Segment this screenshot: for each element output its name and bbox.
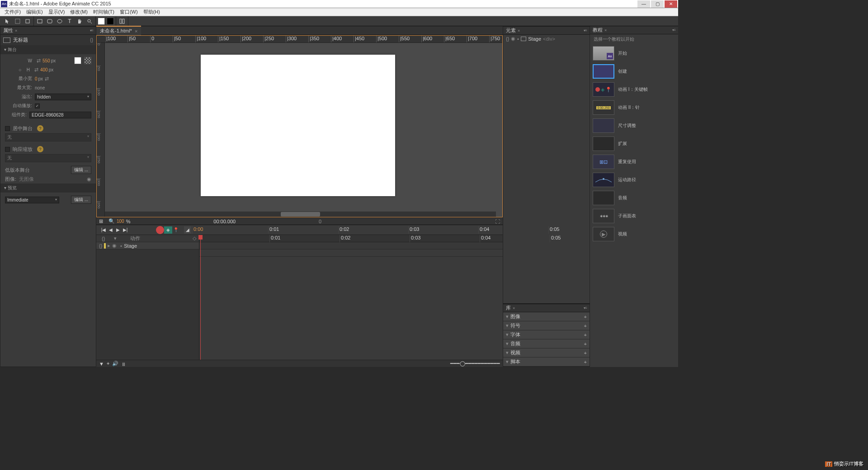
menu-timeline[interactable]: 时间轴(T)	[90, 9, 117, 15]
library-section[interactable]: ▾音频+	[503, 339, 590, 348]
menu-help[interactable]: 帮助(H)	[141, 9, 163, 15]
close-icon[interactable]: ×	[513, 306, 515, 310]
tutorial-item[interactable]: 创建	[590, 62, 678, 80]
transform-tool[interactable]	[14, 17, 22, 25]
zoom-tool[interactable]	[85, 17, 94, 25]
hand-tool[interactable]	[75, 17, 84, 25]
help-icon[interactable]: ?	[37, 125, 43, 132]
canvas-area[interactable]: |100|500|50|100|150|200|250|300|350|400|…	[96, 35, 503, 217]
panel-menu-icon[interactable]: ▾≡	[584, 306, 587, 310]
autoplay-checkbox[interactable]: ✓	[35, 103, 40, 108]
fullscreen-icon[interactable]: ⛶	[495, 219, 500, 224]
audio-icon[interactable]: 🔊	[112, 361, 118, 367]
minwidth-value[interactable]: 0	[35, 76, 38, 81]
ellipse-tool[interactable]	[56, 17, 64, 25]
rectangle-tool[interactable]	[36, 17, 44, 25]
link-icon[interactable]: ⇄	[37, 58, 41, 64]
height-value[interactable]: 400	[40, 67, 48, 72]
close-icon[interactable]: ×	[604, 28, 607, 33]
minimize-button[interactable]: —	[637, 0, 650, 8]
menu-file[interactable]: 文件(F)	[2, 9, 24, 15]
panel-menu-icon[interactable]: ▾≡	[90, 28, 93, 33]
document-tab[interactable]: 未命名-1.html* ×	[96, 26, 141, 35]
legacy-edit-button[interactable]: 编辑 ...	[71, 166, 91, 174]
goto-start-button[interactable]: |◀	[100, 226, 107, 234]
selection-tool[interactable]	[4, 17, 12, 25]
camera-icon[interactable]: ◉	[87, 176, 91, 182]
keyframe-icon[interactable]: ◇	[193, 235, 196, 241]
tutorial-item[interactable]: ⊞ ⊡重复使用	[590, 153, 678, 171]
close-icon[interactable]: ×	[518, 28, 520, 33]
visibility-icon[interactable]: ◉	[112, 243, 117, 249]
library-section[interactable]: ▾字体+	[503, 330, 590, 339]
center-stage-select[interactable]: 无	[5, 133, 91, 141]
maxwidth-value[interactable]: none	[35, 85, 45, 90]
auto-keyframe-button[interactable]: ◈	[164, 226, 172, 234]
menu-window[interactable]: 窗口(W)	[117, 9, 141, 15]
responsive-select[interactable]: 无	[5, 154, 91, 162]
tutorial-item[interactable]: 运动路径	[590, 171, 678, 189]
record-button[interactable]	[156, 226, 164, 234]
timeline-stage-label[interactable]: Stage	[124, 243, 137, 249]
library-section[interactable]: ▾图像+	[503, 312, 590, 321]
overflow-select[interactable]: hidden	[35, 94, 91, 100]
preview-section-header[interactable]: 预览	[0, 183, 96, 193]
preview-edit-button[interactable]: 编辑 ...	[71, 196, 91, 204]
text-tool[interactable]: T	[66, 17, 74, 25]
panel-menu-icon[interactable]: ▾≡	[672, 28, 675, 32]
clip-tool[interactable]	[24, 17, 32, 25]
menu-view[interactable]: 显示(V)	[46, 9, 68, 15]
stroke-color[interactable]	[107, 18, 114, 25]
composition-input[interactable]	[29, 112, 91, 118]
properties-panel-tab[interactable]: 属性 × ▾≡	[0, 27, 96, 35]
tutorial-item[interactable]: ◈📍动画 I：关键帧	[590, 80, 678, 99]
library-section[interactable]: ▾脚本+	[503, 357, 590, 367]
link-icon[interactable]: ⇄	[45, 76, 49, 82]
tutorial-item[interactable]: 0:00.250动画 II：针	[590, 99, 678, 117]
play-button[interactable]: ▶	[114, 226, 122, 234]
preload-select[interactable]: Immediate	[5, 197, 59, 203]
visibility-icon[interactable]: ◉	[511, 36, 515, 42]
snap-icon[interactable]: ⌖	[107, 361, 109, 367]
element-stage-label[interactable]: Stage	[528, 36, 541, 42]
close-tab-icon[interactable]: ×	[135, 28, 137, 34]
tutorial-panel-tab[interactable]: 教程 × ▾≡	[590, 26, 678, 34]
easing-button[interactable]: ◢	[184, 226, 191, 234]
width-value[interactable]: 550	[42, 58, 50, 63]
tutorial-item[interactable]: 音频	[590, 189, 678, 207]
panel-menu-icon[interactable]: ▾≡	[584, 28, 587, 33]
pin-button[interactable]: 📍	[172, 226, 179, 234]
tutorial-item[interactable]: 扩展	[590, 135, 678, 153]
elements-panel-tab[interactable]: 元素 × ▾≡	[503, 27, 590, 35]
library-section[interactable]: ▾视频+	[503, 348, 590, 357]
tutorial-item[interactable]: An开始	[590, 44, 678, 62]
center-stage-checkbox[interactable]	[5, 126, 10, 131]
library-panel-tab[interactable]: 库 × ▾≡	[503, 304, 590, 312]
responsive-checkbox[interactable]	[5, 147, 10, 152]
tutorial-item[interactable]: ▶视频	[590, 225, 678, 243]
filter-icon[interactable]: ▼	[99, 361, 104, 367]
maximize-button[interactable]: ▢	[651, 0, 664, 8]
timeline-ruler[interactable]: 0:010:020:030:040:05	[199, 235, 503, 242]
bg-image-swatch[interactable]	[84, 57, 91, 64]
scrollbar-horizontal[interactable]	[105, 212, 496, 217]
grid-icon[interactable]: ⫼	[121, 361, 126, 367]
rounded-rect-tool[interactable]	[46, 17, 54, 25]
menu-modify[interactable]: 修改(M)	[67, 9, 90, 15]
stage-section-header[interactable]: 舞台	[0, 45, 96, 54]
link-icon[interactable]: ⇄	[34, 67, 38, 73]
bg-color-swatch[interactable]	[74, 57, 81, 64]
zoom-value[interactable]: 100	[117, 219, 124, 224]
close-button[interactable]: ✕	[665, 0, 677, 8]
fit-icon[interactable]: ⊞	[99, 218, 103, 224]
help-icon[interactable]: ?	[37, 146, 43, 152]
goto-end-button[interactable]: ▶|	[122, 226, 129, 234]
tutorial-item[interactable]: 尺寸调整	[590, 117, 678, 135]
layout-tool[interactable]	[118, 17, 126, 25]
tutorial-item[interactable]: ✶✶✶子画面表	[590, 207, 678, 225]
zoom-icon[interactable]: 🔍	[108, 218, 115, 224]
menu-edit[interactable]: 编辑(E)	[24, 9, 46, 15]
actions-menu-icon[interactable]: {}	[90, 38, 93, 42]
close-icon[interactable]: ×	[15, 28, 17, 33]
playhead[interactable]	[200, 235, 201, 360]
